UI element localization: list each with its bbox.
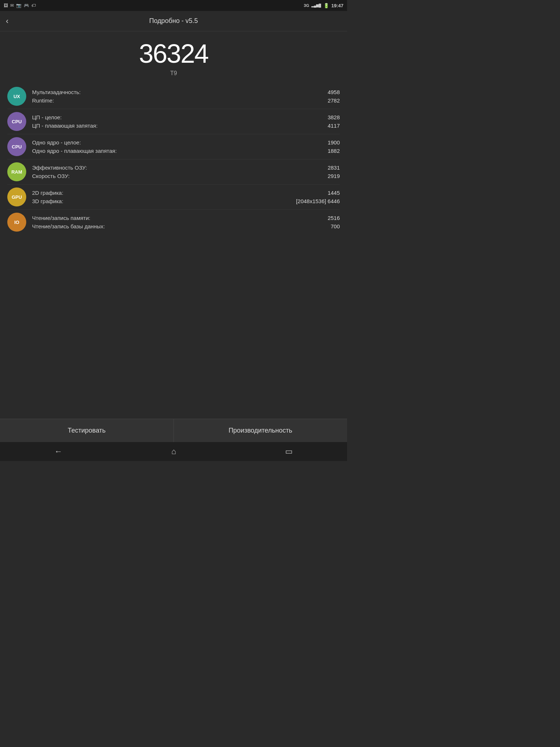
metric-line: Чтение/запись базы данных:700 [32, 222, 340, 231]
metric-line: Одно ядро - целое:1900 [32, 138, 340, 147]
badge-ram: RAM [7, 162, 26, 181]
photo-icon: 📷 [16, 3, 22, 8]
nav-bar: ← ⌂ ▭ [0, 442, 347, 461]
metric-label: Эффективность ОЗУ: [32, 165, 87, 171]
gallery-icon: 🖼 [4, 3, 8, 8]
metric-label: Одно ядро - целое: [32, 139, 81, 146]
metric-details: ЦП - целое:3828ЦП - плавающая запятая:41… [32, 113, 340, 130]
metric-line: Runtime:2782 [32, 96, 340, 105]
score-section: 36324 T9 [0, 31, 347, 80]
badge-io: IO [7, 213, 26, 232]
metric-line: Эффективность ОЗУ:2831 [32, 163, 340, 172]
metric-value: 2831 [328, 165, 340, 171]
metric-line: ЦП - плавающая запятая:4117 [32, 121, 340, 130]
metric-value: 700 [331, 223, 340, 229]
tag-icon: 🏷 [31, 3, 36, 8]
metric-value: [747x560] 6446 [296, 198, 340, 204]
metric-row: UXМультизадачность:4958Runtime:2782 [7, 84, 340, 109]
metric-details: Одно ядро - целое:1900Одно ядро - плаваю… [32, 138, 340, 155]
metric-row: IOЧтение/запись памяти:2516Чтение/запись… [7, 210, 340, 235]
back-button[interactable]: ‹ [6, 16, 8, 26]
metric-label: ЦП - плавающая запятая: [32, 123, 98, 129]
badge-cpu1: CPU [7, 112, 26, 131]
nav-home-icon[interactable]: ⌂ [171, 447, 176, 456]
status-bar-right: 3G ▂▄▆█ 🔋 19:47 [304, 3, 343, 8]
metric-value: 1900 [328, 139, 340, 146]
status-bar: 🖼 ✉ 📷 🎮 🏷 3G ▂▄▆█ 🔋 19:47 [0, 0, 347, 11]
bottom-buttons: Тестировать Производительность [0, 419, 347, 442]
performance-button[interactable]: Производительность [174, 419, 347, 442]
metric-value: 1882 [328, 148, 340, 154]
metric-label: Чтение/запись памяти: [32, 215, 90, 221]
metric-details: Чтение/запись памяти:2516Чтение/запись б… [32, 214, 340, 231]
badge-cpu2: CPU [7, 137, 26, 156]
metric-line: 2D графика:1445 [32, 189, 340, 197]
metric-details: 2D графика:14453D графика:[747x560] 64… [32, 189, 340, 205]
metric-row: CPUОдно ядро - целое:1900Одно ядро - пла… [7, 134, 340, 159]
metric-label: Runtime: [32, 97, 54, 104]
signal-icon: ▂▄▆█ [311, 4, 321, 7]
metric-label: 3D графика: [32, 198, 63, 204]
metric-details: Мультизадачность:4958Runtime:2782 [32, 88, 340, 105]
header-title: Подробно - v5.5 [149, 17, 198, 25]
metric-details: Эффективность ОЗУ:2831Скорость ОЗУ:2919 [32, 163, 340, 180]
metric-row: GPU2D графика:14453D графика:[747x560]… [7, 185, 340, 210]
metric-value: 2919 [328, 173, 340, 179]
metric-line: Чтение/запись памяти:2516 [32, 214, 340, 222]
metric-value: 2782 [328, 97, 340, 104]
metric-value: 3828 [328, 114, 340, 120]
metric-line: Мультизадачность:4958 [32, 88, 340, 96]
main-content: 36324 T9 UXМультизадачность:4958Runtime:… [0, 31, 347, 439]
metric-line: 3D графика:[747x560] 6446 [32, 197, 340, 205]
header: ‹ Подробно - v5.5 [0, 11, 347, 31]
network-icon: 3G [304, 3, 309, 8]
metric-row: RAMЭффективность ОЗУ:2831Скорость ОЗУ:29… [7, 159, 340, 185]
metric-value: 2516 [328, 215, 340, 221]
metric-value: 4117 [328, 123, 340, 129]
metric-line: Скорость ОЗУ:2919 [32, 172, 340, 180]
metric-line: ЦП - целое:3828 [32, 113, 340, 121]
score-value: 36324 [0, 39, 347, 69]
nav-back-icon[interactable]: ← [54, 447, 62, 456]
metric-value: 4958 [328, 89, 340, 95]
time-display: 19:47 [331, 3, 343, 8]
metric-label: Скорость ОЗУ: [32, 173, 70, 179]
metric-value: 1445 [328, 190, 340, 196]
status-bar-icons: 🖼 ✉ 📷 🎮 🏷 [4, 3, 36, 8]
badge-ux: UX [7, 87, 26, 106]
metric-label: Одно ядро - плавающая запятая: [32, 148, 117, 154]
metric-row: CPUЦП - целое:3828ЦП - плавающая запятая… [7, 109, 340, 134]
metric-label: Чтение/запись базы данных: [32, 223, 105, 229]
metric-label: ЦП - целое: [32, 114, 62, 120]
gmail-icon: ✉ [10, 3, 14, 8]
score-device: T9 [0, 70, 347, 77]
battery-icon: 🔋 [323, 3, 329, 8]
metric-label: 2D графика: [32, 190, 63, 196]
metric-line: Одно ядро - плавающая запятая:1882 [32, 147, 340, 155]
metric-label: Мультизадачность: [32, 89, 81, 95]
nav-recents-icon[interactable]: ▭ [285, 447, 293, 456]
game-icon: 🎮 [24, 3, 29, 8]
badge-gpu: GPU [7, 187, 26, 206]
metrics-list: UXМультизадачность:4958Runtime:2782CPUЦП… [0, 80, 347, 238]
test-button[interactable]: Тестировать [0, 419, 174, 442]
